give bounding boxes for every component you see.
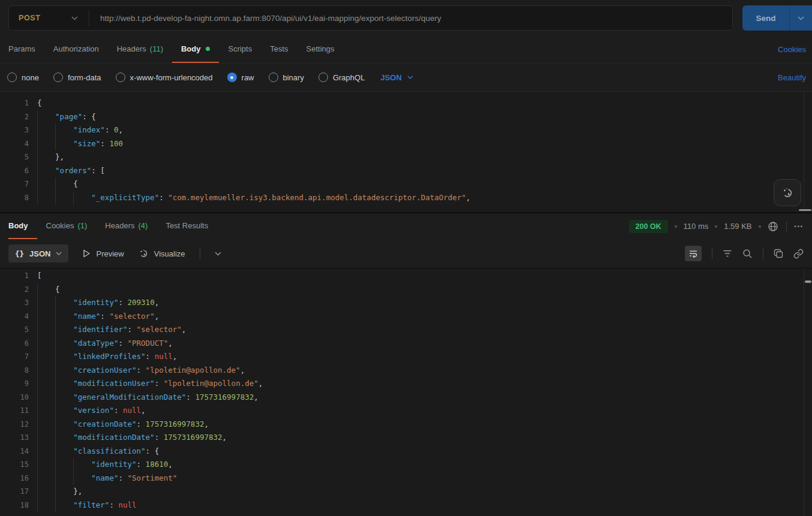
response-tab-body[interactable]: Body bbox=[8, 213, 37, 239]
editor-scrollbar-track bbox=[804, 268, 804, 516]
code-line: 18 "filter": null bbox=[0, 499, 812, 512]
indent-guide bbox=[55, 499, 73, 512]
search-icon[interactable] bbox=[742, 249, 753, 259]
send-button-group: Send bbox=[742, 5, 812, 31]
beautify-link[interactable]: Beautify bbox=[778, 73, 807, 82]
tab-scripts[interactable]: Scripts bbox=[219, 36, 261, 63]
more-options-icon[interactable]: ••• bbox=[795, 224, 804, 230]
indent-guide bbox=[37, 404, 55, 418]
response-body-editor[interactable]: 1[2 {3 "identity": 209310,4 "name": "sel… bbox=[0, 268, 812, 516]
tab-authorization[interactable]: Authorization bbox=[44, 36, 108, 63]
send-options-button[interactable] bbox=[789, 5, 812, 31]
indent-guide bbox=[73, 472, 91, 485]
raw-format-selector[interactable]: JSON bbox=[380, 73, 413, 82]
editor-scrollbar-track bbox=[804, 92, 804, 212]
line-number: 9 bbox=[0, 377, 29, 391]
response-toolbar-actions bbox=[685, 246, 804, 261]
code-text: "page": { bbox=[37, 110, 96, 124]
line-number: 18 bbox=[0, 499, 29, 512]
indent-guide bbox=[37, 123, 55, 137]
wrap-text-button[interactable] bbox=[685, 246, 702, 261]
chevron-down-icon bbox=[71, 16, 78, 20]
response-tab-cookies[interactable]: Cookies(1) bbox=[37, 213, 97, 239]
separator-dot bbox=[675, 225, 677, 228]
radio-raw[interactable]: raw bbox=[227, 73, 254, 82]
tab-settings[interactable]: Settings bbox=[297, 36, 344, 63]
postbot-button[interactable] bbox=[774, 179, 801, 206]
cookies-count: (1) bbox=[77, 221, 87, 230]
status-badge[interactable]: 200 OK bbox=[629, 220, 668, 233]
body-type-bar: none form-data x-www-form-urlencoded raw… bbox=[0, 64, 812, 91]
code-text: "linkedProfiles": null, bbox=[37, 350, 177, 364]
code-text: "version": null, bbox=[37, 404, 146, 418]
line-number: 8 bbox=[0, 191, 29, 205]
indent-guide bbox=[55, 445, 73, 458]
indent-guide bbox=[55, 191, 73, 205]
indent-guide bbox=[37, 391, 55, 405]
url-input[interactable]: http://web.t.pd-develop-fa-night.omn.ap.… bbox=[89, 14, 441, 23]
wrap-text-icon bbox=[688, 249, 698, 258]
horizontal-scrollbar[interactable] bbox=[799, 209, 811, 211]
method-selector[interactable]: POST bbox=[9, 14, 89, 22]
response-size[interactable]: 1.59 KB bbox=[724, 222, 751, 231]
tab-body[interactable]: Body bbox=[172, 36, 219, 63]
headers-count: (11) bbox=[150, 44, 163, 53]
separator-dot bbox=[715, 225, 717, 228]
radio-graphql[interactable]: GraphQL bbox=[318, 73, 365, 82]
code-text: { bbox=[37, 177, 78, 191]
indent-guide bbox=[55, 391, 73, 405]
link-icon[interactable] bbox=[793, 249, 804, 259]
radio-none[interactable]: none bbox=[7, 73, 39, 82]
code-line: 7 "linkedProfiles": null, bbox=[0, 350, 812, 364]
response-toolbar: {} JSON Preview Visualize bbox=[0, 239, 812, 268]
separator-dot bbox=[759, 225, 761, 228]
indent-guide bbox=[37, 350, 55, 364]
play-icon bbox=[83, 249, 91, 258]
send-button[interactable]: Send bbox=[742, 5, 789, 31]
body-modified-dot bbox=[206, 47, 210, 51]
radio-form-data[interactable]: form-data bbox=[53, 73, 101, 82]
filter-icon[interactable] bbox=[723, 249, 732, 258]
response-headers-count: (4) bbox=[139, 221, 148, 230]
visualize-button[interactable]: Visualize bbox=[139, 249, 185, 259]
code-line: 14 "classification": { bbox=[0, 445, 812, 458]
tab-params[interactable]: Params bbox=[8, 36, 44, 63]
code-line: 6 "orders": [ bbox=[0, 164, 812, 178]
indent-guide bbox=[37, 472, 55, 485]
code-text: { bbox=[37, 96, 42, 110]
indent-guide bbox=[55, 458, 73, 472]
code-line: 13 "modificationDate": 1757316997832, bbox=[0, 431, 812, 445]
line-number: 5 bbox=[0, 323, 29, 337]
chevron-down-icon bbox=[798, 16, 804, 20]
tab-headers[interactable]: Headers(11) bbox=[108, 36, 172, 63]
response-tab-headers[interactable]: Headers(4) bbox=[96, 213, 157, 239]
url-input-container: POST http://web.t.pd-develop-fa-night.om… bbox=[8, 5, 733, 31]
vertical-scrollbar[interactable] bbox=[805, 280, 811, 283]
tab-tests[interactable]: Tests bbox=[261, 36, 297, 63]
code-text: "modificationUser": "lpoletin@apollon.de… bbox=[37, 377, 263, 391]
cookies-link[interactable]: Cookies bbox=[778, 36, 807, 63]
indent-guide bbox=[37, 337, 55, 351]
radio-urlencoded[interactable]: x-www-form-urlencoded bbox=[116, 73, 213, 82]
line-number: 1 bbox=[0, 96, 29, 110]
line-number: 2 bbox=[0, 283, 29, 297]
response-format-selector[interactable]: {} JSON bbox=[8, 245, 68, 262]
indent-guide bbox=[37, 431, 55, 445]
copy-icon[interactable] bbox=[774, 249, 783, 258]
line-number: 12 bbox=[0, 418, 29, 431]
globe-icon[interactable] bbox=[768, 221, 778, 232]
radio-binary[interactable]: binary bbox=[269, 73, 304, 82]
code-text: { bbox=[37, 283, 60, 297]
radio-icon bbox=[116, 73, 125, 82]
response-tab-test-results[interactable]: Test Results bbox=[157, 213, 217, 239]
postbot-icon bbox=[781, 186, 794, 200]
radio-icon bbox=[53, 73, 63, 82]
response-time[interactable]: 110 ms bbox=[684, 222, 709, 231]
preview-button[interactable]: Preview bbox=[83, 249, 124, 258]
indent-guide bbox=[37, 191, 55, 205]
request-body-editor[interactable]: 1{2 "page": {3 "index": 0,4 "size": 1005… bbox=[0, 91, 812, 213]
line-number: 6 bbox=[0, 164, 29, 178]
indent-guide bbox=[55, 404, 73, 418]
toolbar-chevron-down-icon[interactable] bbox=[215, 252, 221, 256]
indent-guide bbox=[37, 445, 55, 458]
